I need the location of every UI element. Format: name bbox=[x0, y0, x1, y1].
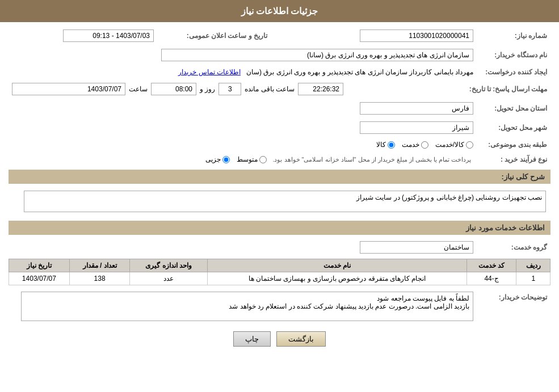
page-title: جزئیات اطلاعات نیاز bbox=[0, 0, 559, 22]
creator-label: ایجاد کننده درخواست: bbox=[477, 66, 550, 78]
contact-link[interactable]: اطلاعات تماس خریدار bbox=[178, 68, 241, 76]
province-label: استان محل تحویل: bbox=[477, 100, 550, 116]
time-remaining-label: ساعت باقی مانده bbox=[245, 85, 295, 93]
back-button[interactable]: بازگشت bbox=[276, 331, 326, 347]
response-time: 08:00 bbox=[151, 83, 196, 95]
services-table: ردیف کد خدمت نام خدمت واحد اندازه گیری ت… bbox=[9, 259, 550, 285]
general-desc-textarea[interactable] bbox=[24, 191, 546, 212]
creator-value: مهرداد بایمانی کاربرداز سازمان انرژی های… bbox=[246, 68, 473, 76]
button-row: بازگشت چاپ bbox=[9, 331, 550, 355]
announcement-value: 1403/07/03 - 09:13 bbox=[63, 29, 154, 42]
city-value: شیراز bbox=[360, 121, 473, 134]
buyer-notes-textarea[interactable] bbox=[21, 292, 473, 321]
service-group-label: گروه خدمت: bbox=[477, 239, 550, 255]
col-qty: تعداد / مقدار bbox=[69, 259, 130, 272]
province-value: فارس bbox=[360, 102, 473, 115]
general-desc-section-title: شرح کلی نیاز: bbox=[9, 170, 550, 184]
city-label: شهر محل تحویل: bbox=[477, 120, 550, 136]
need-number-value: 1103001020000041 bbox=[360, 29, 473, 42]
process-note: پرداخت تمام یا بخشی از مبلغ خریدار از مح… bbox=[272, 156, 471, 163]
process-juzii[interactable]: جزیی bbox=[205, 155, 230, 163]
days-value: 3 bbox=[218, 83, 241, 95]
process-type-label: نوع فرآیند خرید : bbox=[477, 154, 550, 165]
col-date: تاریخ نیاز bbox=[9, 259, 70, 272]
category-khidmat[interactable]: خدمت bbox=[402, 141, 428, 149]
buyer-notes-label: توضیحات خریدار: bbox=[477, 290, 550, 324]
days-label: روز و bbox=[200, 85, 215, 93]
category-kala[interactable]: کالا bbox=[376, 141, 395, 149]
announcement-label: تاریخ و ساعت اعلان عمومی: bbox=[157, 28, 271, 44]
category-kala-khidmat[interactable]: کالا/خدمت bbox=[435, 141, 473, 149]
process-mutawasit[interactable]: متوسط bbox=[237, 155, 267, 163]
response-deadline-label: مهلت ارسال پاسخ: تا تاریخ: bbox=[466, 81, 550, 97]
col-row: ردیف bbox=[516, 259, 550, 272]
need-number-label: شماره نیاز: bbox=[477, 28, 550, 44]
services-section-title: اطلاعات خدمات مورد نیاز bbox=[9, 221, 550, 235]
response-time-label: ساعت bbox=[129, 85, 148, 93]
category-label: طبقه بندی موضوعی: bbox=[477, 139, 550, 150]
response-date: 1403/07/07 bbox=[12, 83, 125, 95]
col-name: نام خدمت bbox=[208, 259, 467, 272]
table-row: 1ج-44انجام کارهای متفرقه درخصوص بازسازی … bbox=[9, 272, 550, 285]
col-unit: واحد اندازه گیری bbox=[130, 259, 208, 272]
time-remaining: 22:26:32 bbox=[298, 83, 343, 95]
service-group-value: ساختمان bbox=[360, 241, 473, 254]
col-code: کد خدمت bbox=[466, 259, 516, 272]
buyer-org-label: نام دستگاه خریدار: bbox=[477, 47, 550, 63]
print-button[interactable]: چاپ bbox=[233, 331, 271, 347]
buyer-org-value: سازمان انرژی های تجدیدپذیر و بهره وری ان… bbox=[161, 49, 473, 61]
